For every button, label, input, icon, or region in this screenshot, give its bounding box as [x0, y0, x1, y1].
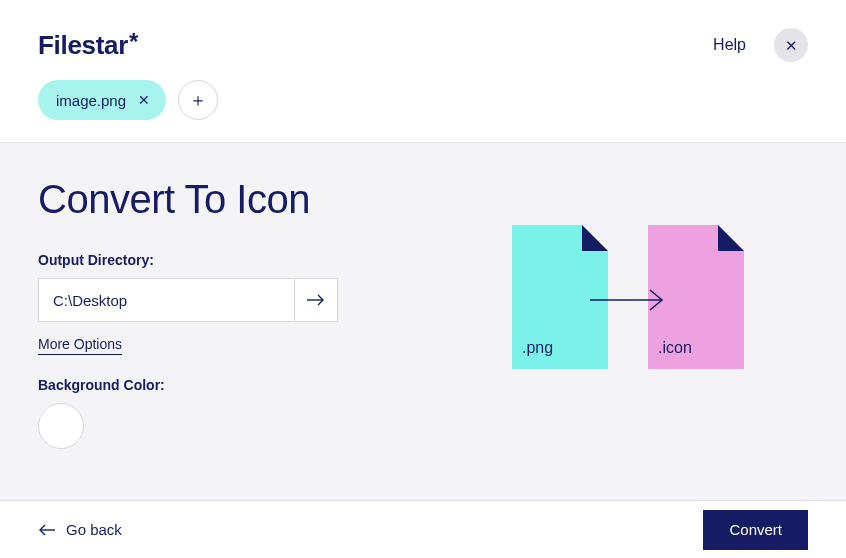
header: Filestar* Help ✕ image.png ✕ ＋ [0, 0, 846, 142]
background-color-swatch[interactable] [38, 403, 84, 449]
plus-icon: ＋ [189, 91, 207, 109]
svg-marker-5 [718, 225, 744, 251]
arrow-right-long-icon [588, 288, 668, 312]
more-options-link[interactable]: More Options [38, 336, 122, 355]
footer: Go back Convert [0, 500, 846, 558]
file-chip-row: image.png ✕ ＋ [38, 80, 808, 142]
help-link[interactable]: Help [713, 36, 746, 54]
options-column: Output Directory: More Options Backgroun… [38, 252, 378, 449]
close-icon: ✕ [785, 38, 798, 53]
output-directory-input[interactable] [38, 278, 294, 322]
logo-text: Filestar [38, 30, 128, 60]
background-color-label: Background Color: [38, 377, 378, 393]
go-back-button[interactable]: Go back [38, 521, 122, 538]
header-top-row: Filestar* Help ✕ [38, 28, 808, 62]
svg-marker-2 [582, 225, 608, 251]
arrow-between [604, 288, 652, 312]
logo-asterisk-icon: * [129, 28, 138, 55]
add-file-button[interactable]: ＋ [178, 80, 218, 120]
close-button[interactable]: ✕ [774, 28, 808, 62]
main-content: Convert To Icon Output Directory: More O… [0, 143, 846, 525]
background-color-section: Background Color: [38, 377, 378, 449]
arrow-left-icon [38, 524, 56, 536]
file-chip[interactable]: image.png ✕ [38, 80, 166, 120]
conversion-diagram: .png .icon [512, 225, 744, 369]
source-file-ext: .png [522, 339, 553, 357]
file-chip-remove-icon[interactable]: ✕ [138, 93, 150, 107]
header-right: Help ✕ [713, 28, 808, 62]
output-directory-label: Output Directory: [38, 252, 378, 268]
file-chip-name: image.png [56, 92, 126, 109]
arrow-right-icon [306, 293, 326, 307]
browse-directory-button[interactable] [294, 278, 338, 322]
page-title: Convert To Icon [38, 177, 808, 222]
convert-button[interactable]: Convert [703, 510, 808, 550]
output-directory-row [38, 278, 338, 322]
go-back-label: Go back [66, 521, 122, 538]
app-logo: Filestar* [38, 30, 138, 61]
target-file-ext: .icon [658, 339, 692, 357]
